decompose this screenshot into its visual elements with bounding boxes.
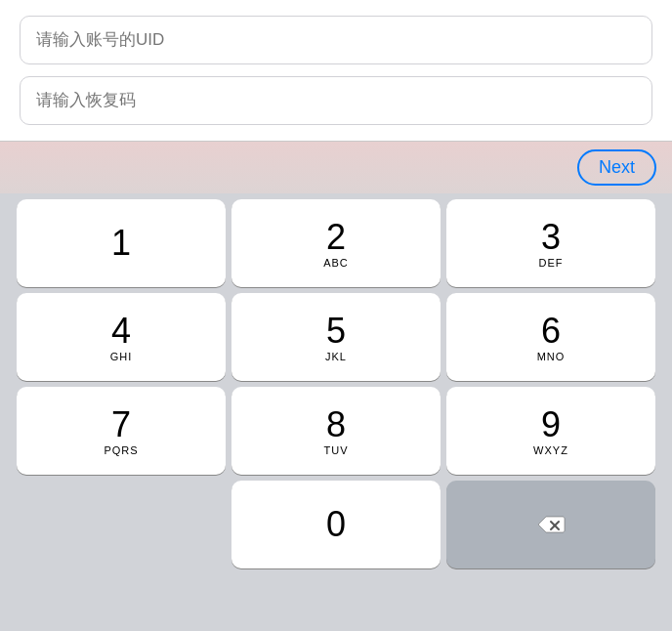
key-8[interactable]: 8 TUV bbox=[231, 387, 441, 475]
key-1[interactable]: 1 bbox=[17, 199, 226, 287]
recovery-input[interactable] bbox=[20, 76, 652, 125]
key-9-num: 9 bbox=[541, 405, 561, 444]
key-0[interactable]: 0 bbox=[231, 481, 441, 568]
key-3-letters: DEF bbox=[539, 257, 564, 269]
key-5-num: 5 bbox=[326, 312, 346, 351]
keyboard-container: 1 2 ABC 3 DEF 4 GHI 5 JKL 6 bbox=[0, 193, 672, 631]
key-6-letters: MNO bbox=[537, 351, 566, 362]
key-5[interactable]: 5 JKL bbox=[231, 293, 441, 381]
key-5-letters: JKL bbox=[325, 351, 347, 362]
key-0-num: 0 bbox=[326, 505, 346, 544]
key-row-3: 7 PQRS 8 TUV 9 WXYZ bbox=[4, 387, 668, 475]
delete-button[interactable] bbox=[446, 481, 655, 568]
key-7[interactable]: 7 PQRS bbox=[17, 387, 226, 475]
keyboard-toolbar: Next bbox=[0, 141, 672, 193]
next-button[interactable]: Next bbox=[577, 149, 656, 186]
key-6-num: 6 bbox=[541, 312, 561, 351]
key-3[interactable]: 3 DEF bbox=[446, 199, 655, 287]
key-9[interactable]: 9 WXYZ bbox=[446, 387, 655, 475]
key-2-num: 2 bbox=[326, 218, 346, 257]
key-7-letters: PQRS bbox=[104, 444, 138, 456]
key-4-letters: GHI bbox=[110, 351, 133, 362]
key-3-num: 3 bbox=[541, 218, 561, 257]
key-8-num: 8 bbox=[326, 405, 346, 444]
key-2-letters: ABC bbox=[323, 257, 349, 269]
input-area bbox=[0, 0, 672, 141]
key-row-4: 0 bbox=[4, 481, 668, 568]
key-4-num: 4 bbox=[111, 312, 131, 351]
key-4[interactable]: 4 GHI bbox=[17, 293, 226, 381]
key-empty bbox=[17, 481, 226, 568]
uid-input[interactable] bbox=[20, 16, 652, 64]
key-6[interactable]: 6 MNO bbox=[446, 293, 655, 381]
delete-icon bbox=[535, 513, 567, 536]
key-1-num: 1 bbox=[111, 224, 131, 263]
key-2[interactable]: 2 ABC bbox=[231, 199, 441, 287]
key-7-num: 7 bbox=[111, 405, 131, 444]
app-container: Next 1 2 ABC 3 DEF 4 GHI 5 bbox=[0, 0, 672, 631]
key-row-1: 1 2 ABC 3 DEF bbox=[4, 199, 668, 287]
key-row-2: 4 GHI 5 JKL 6 MNO bbox=[4, 293, 668, 381]
key-9-letters: WXYZ bbox=[533, 444, 568, 456]
key-8-letters: TUV bbox=[324, 444, 349, 456]
